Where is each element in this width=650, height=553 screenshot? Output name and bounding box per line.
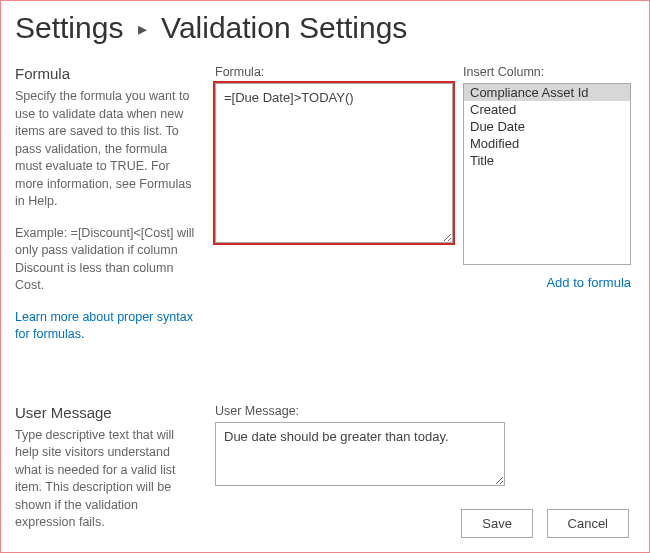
cancel-button[interactable]: Cancel — [547, 509, 629, 538]
breadcrumb: Settings ▸ Validation Settings — [15, 11, 631, 45]
formula-intro: Specify the formula you want to use to v… — [15, 88, 197, 211]
formula-field-label: Formula: — [215, 65, 453, 79]
breadcrumb-settings[interactable]: Settings — [15, 11, 123, 44]
column-item[interactable]: Compliance Asset Id — [464, 84, 630, 101]
insert-column-listbox[interactable]: Compliance Asset Id Created Due Date Mod… — [463, 83, 631, 265]
formula-section: Formula Specify the formula you want to … — [15, 65, 631, 344]
save-button[interactable]: Save — [461, 509, 533, 538]
chevron-right-icon: ▸ — [138, 19, 147, 39]
formula-heading: Formula — [15, 65, 197, 82]
column-item[interactable]: Due Date — [464, 118, 630, 135]
user-message-field-label: User Message: — [215, 404, 631, 418]
formula-help-link[interactable]: Learn more about proper syntax for formu… — [15, 310, 193, 342]
user-message-heading: User Message — [15, 404, 197, 421]
formula-example: Example: =[Discount]<[Cost] will only pa… — [15, 225, 197, 295]
button-row: Save Cancel — [451, 509, 629, 538]
column-item[interactable]: Created — [464, 101, 630, 118]
page-title: Validation Settings — [161, 11, 407, 44]
user-message-intro: Type descriptive text that will help sit… — [15, 427, 197, 532]
formula-input[interactable] — [215, 83, 453, 243]
user-message-input[interactable] — [215, 422, 505, 486]
column-item[interactable]: Title — [464, 152, 630, 169]
insert-column-label: Insert Column: — [463, 65, 631, 79]
column-item[interactable]: Modified — [464, 135, 630, 152]
add-to-formula-link[interactable]: Add to formula — [463, 275, 631, 290]
